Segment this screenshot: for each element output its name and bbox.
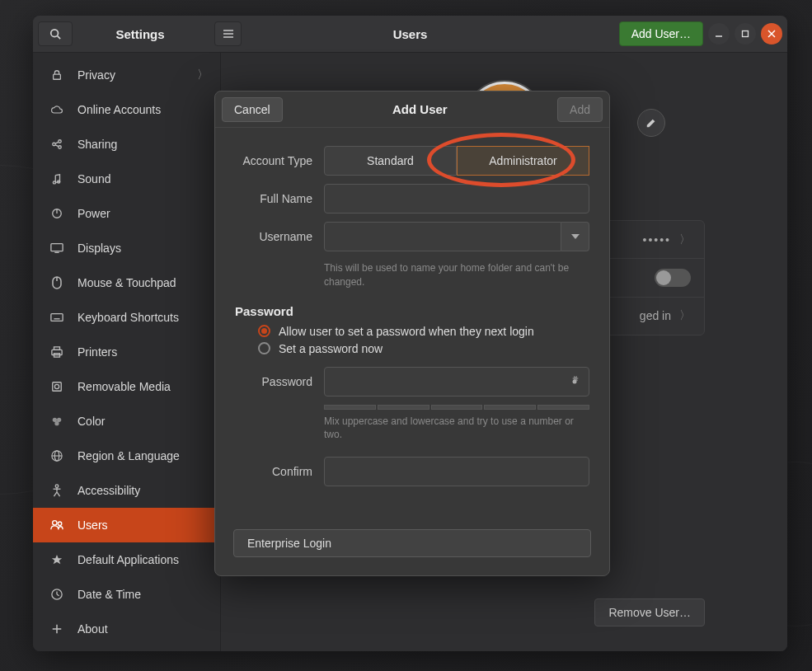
color-icon: [48, 415, 66, 427]
svg-line-43: [57, 492, 60, 496]
sidebar-item-date-time[interactable]: Date & Time: [33, 577, 220, 612]
svg-rect-31: [53, 382, 62, 392]
svg-rect-28: [52, 350, 62, 354]
sidebar-item-power[interactable]: Power: [33, 196, 220, 231]
sound-icon: [48, 173, 66, 185]
svg-rect-19: [51, 244, 63, 251]
account-type-standard[interactable]: Standard: [324, 146, 457, 176]
sidebar-item-users[interactable]: Users: [33, 508, 220, 542]
sidebar-item-label: About: [77, 622, 108, 636]
accessibility-icon: [48, 484, 66, 497]
media-icon: [48, 381, 66, 392]
generate-password-button[interactable]: [565, 372, 584, 392]
svg-point-34: [57, 418, 61, 422]
confirm-password-input[interactable]: [324, 457, 589, 486]
username-input[interactable]: [324, 222, 561, 251]
full-name-label: Full Name: [235, 192, 324, 205]
full-name-input[interactable]: [324, 184, 589, 214]
printer-icon: [48, 346, 66, 358]
sidebar-item-default-applications[interactable]: Default Applications: [33, 542, 220, 577]
sidebar-item-online-accounts[interactable]: Online Accounts: [33, 92, 220, 127]
pencil-icon: [645, 117, 657, 129]
sidebar-item-removable-media[interactable]: Removable Media: [33, 369, 220, 404]
svg-rect-29: [54, 347, 60, 350]
sidebar: Privacy〉Online AccountsSharingSoundPower…: [33, 53, 221, 651]
radio-icon: [258, 325, 270, 337]
svg-point-11: [59, 140, 62, 143]
sidebar-item-color[interactable]: Color: [33, 404, 220, 439]
autologin-toggle[interactable]: [655, 269, 691, 287]
svg-rect-9: [54, 74, 61, 79]
chevron-right-icon: 〉: [679, 232, 691, 247]
svg-point-15: [53, 181, 55, 184]
radio-icon: [258, 342, 270, 354]
sidebar-item-label: Date & Time: [77, 588, 141, 601]
display-icon: [48, 242, 66, 254]
enterprise-login-button[interactable]: Enterprise Login: [233, 529, 591, 557]
username-label: Username: [235, 230, 324, 243]
svg-point-39: [55, 485, 59, 488]
radio-next-login[interactable]: Allow user to set a password when they n…: [235, 325, 589, 338]
add-user-button[interactable]: Add User…: [619, 21, 703, 46]
sidebar-item-label: Sharing: [77, 138, 117, 151]
sidebar-item-privacy[interactable]: Privacy〉: [33, 58, 220, 92]
sidebar-item-about[interactable]: About: [33, 612, 220, 646]
add-user-dialog: Cancel Add User Add Account Type Standar…: [214, 91, 610, 576]
sidebar-item-printers[interactable]: Printers: [33, 335, 220, 369]
password-input[interactable]: [324, 367, 589, 396]
close-button[interactable]: [761, 23, 782, 45]
sidebar-item-displays[interactable]: Displays: [33, 231, 220, 265]
sidebar-item-label: Removable Media: [77, 380, 171, 393]
dialog-title: Add User: [392, 102, 448, 116]
svg-point-33: [53, 418, 57, 422]
svg-line-1: [58, 36, 61, 40]
hamburger-button[interactable]: [214, 21, 242, 46]
sidebar-item-label: Power: [77, 207, 110, 220]
account-type-administrator[interactable]: Administrator: [457, 146, 589, 176]
cloud-icon: [48, 104, 66, 115]
users-icon: [48, 519, 66, 531]
sidebar-item-sharing[interactable]: Sharing: [33, 127, 220, 162]
mouse-icon: [48, 276, 66, 289]
radio-next-login-label: Allow user to set a password when they n…: [279, 325, 534, 338]
chevron-right-icon: 〉: [197, 68, 209, 82]
svg-point-10: [53, 143, 56, 146]
clock-icon: [48, 589, 66, 600]
maximize-icon: [741, 30, 749, 38]
sidebar-item-mouse-touchpad[interactable]: Mouse & Touchpad: [33, 265, 220, 300]
cancel-button[interactable]: Cancel: [222, 97, 283, 122]
sidebar-item-region-language[interactable]: Region & Language: [33, 439, 220, 473]
add-button[interactable]: Add: [557, 97, 603, 122]
plus-icon: [48, 623, 66, 635]
sidebar-item-label: Region & Language: [77, 449, 180, 462]
svg-point-45: [58, 522, 61, 525]
maximize-button[interactable]: [735, 23, 756, 45]
sidebar-item-keyboard-shortcuts[interactable]: Keyboard Shortcuts: [33, 300, 220, 335]
minimize-icon: [715, 30, 723, 38]
power-icon: [48, 208, 66, 219]
share-icon: [48, 138, 66, 150]
password-dots: •••••: [642, 233, 671, 246]
page-title: Users: [247, 27, 573, 41]
username-dropdown-button[interactable]: [561, 222, 589, 251]
svg-point-12: [59, 146, 62, 149]
sidebar-item-label: Online Accounts: [77, 103, 161, 116]
svg-line-42: [54, 492, 57, 496]
radio-set-now[interactable]: Set a password now: [235, 342, 589, 355]
lock-icon: [48, 69, 66, 81]
sidebar-item-label: Users: [77, 518, 108, 532]
svg-line-48: [57, 594, 59, 596]
chevron-down-icon: [571, 234, 580, 239]
remove-user-button[interactable]: Remove User…: [594, 598, 705, 626]
sidebar-item-label: Sound: [77, 172, 110, 185]
minimize-button[interactable]: [708, 23, 730, 45]
sidebar-item-sound[interactable]: Sound: [33, 162, 220, 196]
account-type-label: Account Type: [235, 154, 324, 167]
sidebar-item-accessibility[interactable]: Accessibility: [33, 473, 220, 508]
password-label: Password: [235, 375, 324, 388]
gear-icon: [568, 375, 581, 388]
chevron-right-icon: 〉: [679, 308, 691, 323]
sidebar-item-label: Color: [77, 415, 105, 428]
search-button[interactable]: [38, 21, 73, 46]
edit-avatar-button[interactable]: [637, 109, 665, 137]
